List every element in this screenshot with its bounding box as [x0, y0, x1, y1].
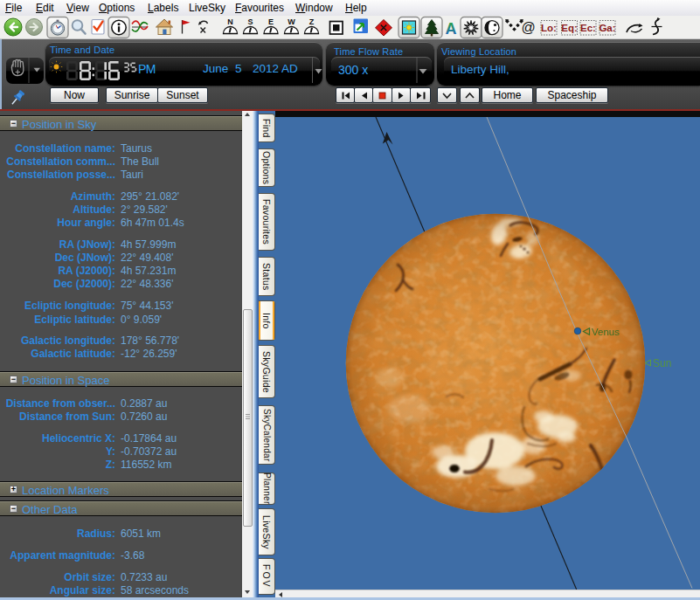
svg-text:Venus: Venus — [592, 327, 620, 337]
svg-text:Ec:: Ec: — [580, 23, 596, 33]
svg-text:E: E — [268, 17, 274, 26]
svg-text:@: @ — [521, 20, 535, 35]
svg-text:N: N — [227, 17, 233, 26]
svg-text:S: S — [247, 17, 253, 26]
svg-text:Ga:: Ga: — [599, 23, 615, 33]
svg-text:W: W — [288, 17, 295, 26]
svg-text:Eq:: Eq: — [561, 23, 578, 33]
svg-text:Sun: Sun — [653, 357, 671, 369]
svg-text:A: A — [446, 20, 457, 38]
svg-text:Lo:: Lo: — [541, 23, 557, 33]
svg-text:Z: Z — [309, 17, 315, 26]
